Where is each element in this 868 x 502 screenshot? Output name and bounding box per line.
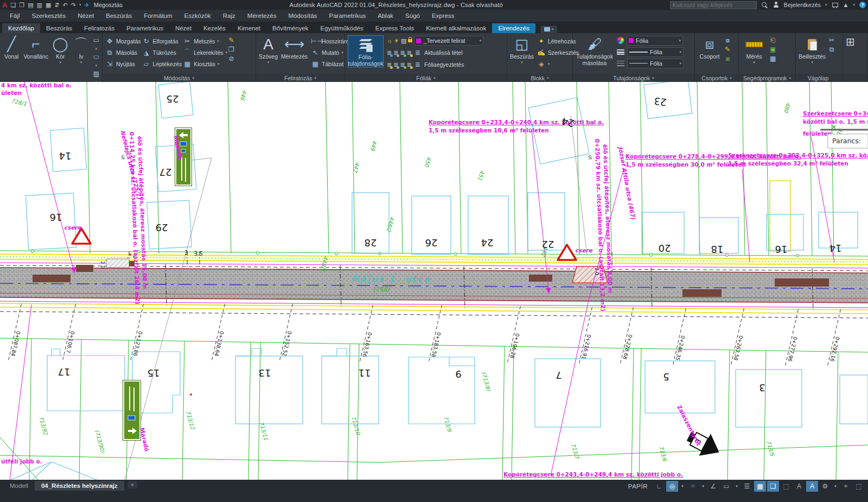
menu-item[interactable]: Rajz (218, 11, 241, 20)
lineweight-select[interactable]: Fólia▾ (627, 47, 684, 57)
ribbon-tab[interactable]: Express Tools (369, 23, 420, 33)
layer-state7-icon[interactable]: ≣ (400, 61, 405, 68)
panel-label-feliratozas[interactable]: Feliratozás (256, 74, 344, 82)
ellipse-icon[interactable]: ⬭ ▾ (93, 53, 99, 68)
cleanscreen-icon[interactable]: ⬚ (853, 481, 865, 492)
panel-label-csoportok[interactable]: Csoportok (695, 74, 738, 82)
account-icon[interactable] (773, 2, 780, 9)
scale-button[interactable]: ▱Léptékezés (142, 58, 182, 69)
angle-icon[interactable]: ∠ (707, 481, 719, 492)
lineweight-list-icon[interactable] (617, 49, 624, 55)
menu-item[interactable]: Módosítás (283, 11, 322, 20)
settings-icon[interactable]: ⚙ (819, 481, 831, 492)
copy-clip-icon[interactable]: ⧉ (829, 46, 834, 53)
line-button[interactable]: ╱Vonal (3, 35, 20, 60)
help-icon[interactable]: ? (859, 2, 866, 8)
copy-button[interactable]: ⧉Másolás (105, 47, 141, 58)
panel-label-tulajdonsagok[interactable]: Tulajdonságok (573, 74, 694, 82)
menu-item[interactable]: Nézet (72, 11, 99, 20)
ribbon-tab[interactable]: Kezdőlap (2, 23, 40, 33)
layer-lock-icon[interactable] (408, 39, 412, 42)
circle-button[interactable]: ◯Kör▾ (52, 35, 69, 65)
polar-icon[interactable]: ✳ (687, 481, 699, 492)
linetype-list-icon[interactable] (617, 61, 624, 66)
open-file-icon[interactable]: ❐ (19, 2, 24, 9)
drawing-area[interactable]: 0+087,84 0+106,7 0+123,86 0+138,64 0+152… (0, 82, 868, 480)
explode-icon[interactable]: ❐ (228, 46, 234, 53)
menu-item[interactable]: Eszközök (179, 11, 216, 20)
layer-state8-icon[interactable]: ≣ (407, 61, 412, 68)
ucs-icon[interactable]: ∟ (653, 481, 665, 492)
layer-state3-icon[interactable]: ≣ (400, 49, 405, 56)
group-select-icon[interactable]: ⧆ (725, 55, 730, 62)
transfer-icon[interactable]: ⇵ (54, 2, 59, 9)
calculator-icon[interactable]: ▦ (770, 55, 776, 62)
annotation-visibility-icon[interactable]: A (793, 481, 805, 492)
drawing-canvas[interactable]: 0+087,84 0+106,7 0+123,86 0+138,64 0+152… (0, 82, 868, 480)
color-select[interactable]: Fólia▾ (627, 36, 683, 46)
ribbon-tab[interactable]: Kimenet (232, 23, 266, 33)
measure-button[interactable]: Mérés▾ (742, 35, 767, 65)
layer-state4-icon[interactable]: ≣ (407, 49, 412, 56)
save-icon[interactable]: ▤ (28, 2, 33, 9)
menu-item[interactable]: Beszúrás (100, 11, 137, 20)
text-button[interactable]: ASzöveg▾ (259, 35, 278, 65)
autodesk-app-icon[interactable]: ▲ (843, 2, 849, 8)
move-button[interactable]: ✥Mozgatás (105, 35, 141, 47)
polar-caret-icon[interactable]: ▾ (700, 481, 706, 492)
erase-icon[interactable]: ⊘ (228, 55, 234, 62)
color-wheel-icon[interactable] (617, 37, 624, 44)
lineweight-icon[interactable]: ☰ (741, 481, 753, 492)
ribbon-tab[interactable]: Bővítmények (266, 23, 314, 33)
ribbon-tab[interactable]: Parametrikus (120, 23, 169, 33)
search-input[interactable] (670, 1, 757, 9)
layer-state1-icon[interactable]: ≣ (387, 49, 392, 56)
settings-caret-icon[interactable]: ▾ (832, 481, 839, 492)
rectangle-icon[interactable]: ▭ ▾ (93, 36, 99, 52)
store-cart-icon[interactable] (832, 2, 839, 9)
menu-item[interactable]: Express (426, 11, 460, 20)
grid-icon[interactable]: ▦ (754, 481, 766, 492)
search-icon[interactable] (761, 2, 768, 9)
menu-item[interactable]: Súgó (400, 11, 425, 20)
ribbon-tab[interactable]: Kezelés (197, 23, 232, 33)
snap-icon[interactable]: ◎ (666, 481, 678, 492)
match-properties-button[interactable]: 🖌 Tulajdonságokmásolása (576, 35, 614, 66)
undo-caret-icon[interactable]: ▾ (79, 3, 81, 7)
ribbon-tab[interactable]: Feliratozás (78, 23, 120, 33)
menu-item[interactable]: Parametrikus (324, 11, 372, 20)
group-button[interactable]: ⧈Csoport (698, 35, 722, 60)
insert-block-button[interactable]: ◱Beszúrás▾ (510, 35, 534, 65)
paste-special-icon[interactable]: ⎗ (770, 36, 776, 44)
share-icon[interactable]: ✈ (85, 2, 90, 9)
quick-select-icon[interactable]: ▣ (770, 46, 776, 53)
array-button[interactable]: ▦Kiosztás▾ (183, 58, 227, 69)
redo-icon[interactable]: ↷ (71, 2, 76, 9)
ribbon-tab[interactable]: Kiemelt alkalmazások (420, 23, 492, 33)
new-file-icon[interactable]: ❏ (10, 2, 16, 9)
layer-select[interactable]: _Tervezett felirat ▾ (414, 36, 483, 46)
match-properties-icon[interactable]: ✎ (228, 36, 234, 44)
menu-item[interactable]: Formátum (138, 11, 177, 20)
panel-label-foliak[interactable]: Fóliák (345, 74, 507, 82)
layer-isolate-icon[interactable]: ▨ (401, 37, 406, 45)
paper-space-button[interactable]: PAPÍR (624, 482, 652, 491)
polyline-button[interactable]: ⌐Vonallánc (23, 35, 48, 60)
ribbon-tab[interactable]: Elrendezés (492, 23, 535, 33)
layer-freeze-icon[interactable]: ☀ (394, 37, 399, 45)
selection-cycling-icon[interactable]: ⬚ (780, 481, 792, 492)
ribbon-tab[interactable]: Együttműködés (315, 23, 369, 33)
save-as-icon[interactable]: ▥ (37, 2, 42, 9)
ribbon-tab[interactable]: Beszúrás (40, 23, 78, 33)
panel-label-vagolap[interactable]: Vágólap (796, 74, 843, 82)
menu-item[interactable]: Szerkesztés (27, 11, 72, 20)
layer-state6-icon[interactable]: ≣ (393, 61, 398, 68)
menu-item[interactable]: Ablak (372, 11, 399, 20)
panel-label-blokk[interactable]: Blokk (507, 74, 572, 82)
mirror-button[interactable]: ◮Tükrözés (142, 47, 182, 58)
ungroup-icon[interactable]: ⧇ (725, 36, 730, 44)
stretch-button[interactable]: ⇲Nyújtás (105, 58, 141, 69)
snap-caret-icon[interactable]: ▾ (679, 481, 686, 492)
cut-icon[interactable]: ✂ (829, 36, 834, 44)
layer-match-button[interactable]: ≣Fóliaegyeztetés (413, 59, 464, 71)
